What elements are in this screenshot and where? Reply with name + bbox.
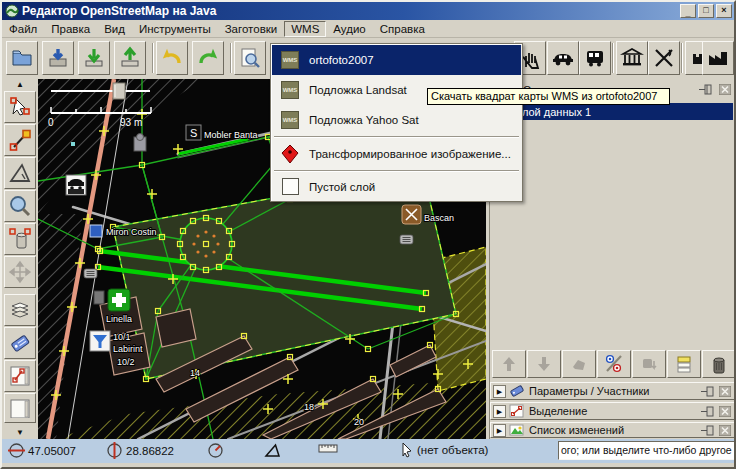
house-number-14: 14 <box>190 368 200 378</box>
factory-button[interactable] <box>702 41 734 75</box>
close-icon[interactable] <box>719 406 731 417</box>
node-list-icon <box>8 364 32 388</box>
select-tool-icon <box>8 95 32 119</box>
scale-max-label: 93 m <box>120 117 142 128</box>
undo-icon <box>160 46 184 70</box>
close-button[interactable]: × <box>716 4 732 18</box>
draw-node-tool-icon <box>8 128 32 152</box>
upload-icon <box>118 46 142 70</box>
panel-changesets[interactable]: ▶ Список изменений <box>490 422 735 438</box>
pointer-icon <box>400 442 414 458</box>
house-number-18: 18 <box>304 402 314 412</box>
expand-icon[interactable]: ▶ <box>493 385 506 398</box>
close-icon[interactable] <box>719 386 731 397</box>
pin-icon[interactable] <box>701 386 715 397</box>
pin-icon[interactable] <box>701 425 715 436</box>
eye-slash-icon <box>604 354 624 374</box>
history-dialog-button[interactable] <box>4 393 36 423</box>
move-layer-up-button[interactable] <box>492 350 526 378</box>
bus-button[interactable] <box>579 41 611 75</box>
menu-item-ortofoto2007[interactable]: WMS ortofoto2007 <box>272 45 521 75</box>
menu-item-yahoo-sat[interactable]: WMS Подложка Yahoo Sat <box>272 105 521 135</box>
object-info: (нет объекта) <box>417 444 488 456</box>
layers-dialog-button[interactable] <box>4 294 36 326</box>
pin-icon[interactable] <box>701 406 715 417</box>
toggle-visibility-button[interactable] <box>597 350 631 378</box>
restaurant-label: Bascan <box>424 213 454 223</box>
app-icon <box>5 4 19 18</box>
measure-angle-tool-button[interactable] <box>4 157 36 189</box>
latitude-value: 47.05007 <box>28 445 76 457</box>
menu-file[interactable]: Файл <box>2 21 44 37</box>
undo-button[interactable] <box>156 41 188 75</box>
menu-presets[interactable]: Заготовки <box>218 21 285 37</box>
wms-layer-icon: WMS <box>280 50 300 70</box>
selection-icon <box>509 404 525 418</box>
delete-layer-button[interactable] <box>702 350 736 378</box>
menu-view[interactable]: Вид <box>97 21 132 37</box>
wms-layer-icon: WMS <box>280 80 300 100</box>
poi-taxi <box>66 175 86 195</box>
menu-tools[interactable]: Инструменты <box>132 21 218 37</box>
changeset-icon <box>509 423 525 437</box>
merge-layer-button[interactable] <box>562 350 596 378</box>
house-number-10-1: 10/1 <box>113 332 131 342</box>
scroll-up-icon[interactable]: ▲ <box>4 80 36 90</box>
redo-button[interactable] <box>192 41 224 75</box>
josm-window: Редактор OpenStreetMap на Java _ □ × Фай… <box>0 0 736 469</box>
move-layer-down-button[interactable] <box>527 350 561 378</box>
save-button[interactable] <box>42 41 74 75</box>
panel-parameters[interactable]: ▶ Параметры / Участники <box>490 382 735 400</box>
toolbar-separator <box>681 43 683 73</box>
upload-button[interactable] <box>114 41 146 75</box>
layer-row-data-layer[interactable]: Слой данных 1 <box>492 103 733 120</box>
close-panel-button[interactable] <box>719 84 731 95</box>
expand-icon[interactable]: ▶ <box>493 424 506 437</box>
maximize-button[interactable]: □ <box>698 4 714 18</box>
merge-down-button[interactable] <box>632 350 666 378</box>
latitude-icon <box>8 442 25 459</box>
car-button[interactable] <box>547 41 579 75</box>
select-tool-button[interactable] <box>4 91 36 123</box>
tags-dialog-button[interactable] <box>4 327 36 359</box>
minimize-button[interactable]: _ <box>680 4 696 18</box>
shop-label: Mobler Banta <box>204 130 258 140</box>
tooltip: Скачать квадрат карты WMS из ortofoto200… <box>427 88 670 105</box>
search-button[interactable] <box>234 41 266 75</box>
node-list-dialog-button[interactable] <box>4 360 36 392</box>
panel-selection[interactable]: ▶ Выделение <box>490 402 735 420</box>
menu-wms[interactable]: WMS <box>284 21 326 37</box>
street-label: Miron Costin <box>106 227 157 237</box>
poi-street-sign: Miron Costin <box>90 225 157 237</box>
layers-panel: Слои Слой данных 1 <box>489 79 734 439</box>
stick-panel-button[interactable] <box>699 84 713 95</box>
menu-audio[interactable]: Аудио <box>326 21 372 37</box>
titlebar[interactable]: Редактор OpenStreetMap на Java _ □ × <box>2 2 734 20</box>
statusbar: 47.05007 28.86822 (нет объекта) <box>2 439 734 463</box>
scale-min-label: 0 <box>48 117 54 128</box>
menu-help[interactable]: Справка <box>373 21 432 37</box>
close-icon[interactable] <box>719 425 731 436</box>
museum-button[interactable] <box>616 41 648 75</box>
expand-icon[interactable]: ▶ <box>493 405 506 418</box>
draw-node-tool-button[interactable] <box>4 124 36 156</box>
duplicate-layer-button[interactable] <box>667 350 701 378</box>
scroll-down-icon[interactable]: ▼ <box>4 428 36 438</box>
menu-item-empty-layer[interactable]: Пустой слой <box>272 173 521 200</box>
trash-icon <box>710 354 728 374</box>
layers-icon <box>8 298 32 322</box>
menu-item-rectified-image[interactable]: Трансформированное изображение... <box>272 139 521 169</box>
bus-icon <box>583 46 607 70</box>
ruler-icon <box>318 442 338 454</box>
delete-tool-icon <box>8 227 32 251</box>
download-button[interactable] <box>78 41 110 75</box>
restaurant-button[interactable] <box>648 41 680 75</box>
house-number-20: 20 <box>354 417 364 427</box>
menu-edit[interactable]: Правка <box>44 21 97 37</box>
delete-tool-button[interactable] <box>4 223 36 255</box>
menu-separator <box>274 136 519 138</box>
wms-layer-icon: WMS <box>280 110 300 130</box>
open-file-button[interactable] <box>6 41 38 75</box>
zoom-tool-button[interactable] <box>4 190 36 222</box>
move-tool-button[interactable] <box>4 256 36 288</box>
